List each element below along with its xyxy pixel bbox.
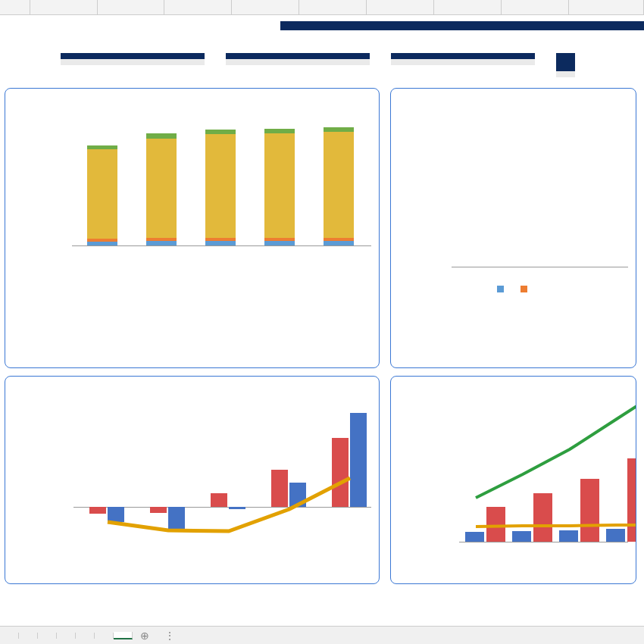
kpi-value — [391, 59, 535, 65]
kpi-value — [556, 71, 575, 77]
kpi-net-profit — [226, 53, 370, 77]
tab-break-even[interactable] — [57, 633, 76, 639]
kpi-partial — [556, 53, 575, 77]
col-F[interactable] — [164, 0, 232, 14]
chart-operating-expenses[interactable] — [5, 88, 380, 368]
kpi-label — [391, 53, 535, 59]
kpi-value — [226, 59, 370, 65]
col-I[interactable] — [367, 0, 434, 14]
tab-sensitivity[interactable] — [95, 633, 114, 639]
col-C[interactable] — [0, 0, 30, 14]
col-G[interactable] — [232, 0, 299, 14]
chart-plot — [459, 387, 628, 542]
kpi-label — [61, 53, 205, 59]
chart-plot — [73, 398, 371, 542]
col-L[interactable] — [569, 0, 644, 14]
chart-breakeven[interactable] — [390, 376, 636, 584]
kpi-label — [226, 53, 370, 59]
col-K[interactable] — [502, 0, 569, 14]
col-J[interactable] — [434, 0, 502, 14]
tab-dashboard[interactable] — [114, 632, 133, 639]
column-headers — [0, 0, 644, 15]
kpi-label — [556, 53, 575, 71]
kpi-value — [61, 59, 205, 65]
tab-project-evaluation[interactable] — [76, 633, 95, 639]
chart-cash-flow[interactable] — [5, 376, 380, 584]
chart-monthly-revenue[interactable] — [390, 88, 636, 368]
tab-statement[interactable] — [0, 633, 19, 639]
kpi-revenue-growth — [391, 53, 535, 77]
kpi-gross-profit — [61, 53, 205, 77]
dashboard-title — [280, 21, 644, 30]
col-D[interactable] — [30, 0, 98, 14]
col-H[interactable] — [299, 0, 367, 14]
tab-balance-sheet[interactable] — [38, 633, 57, 639]
tab-cashflow-statement[interactable] — [19, 633, 38, 639]
col-E[interactable] — [98, 0, 165, 14]
add-sheet-button[interactable]: ⊕ — [133, 630, 157, 642]
chart-plot — [452, 101, 628, 267]
tab-overflow-icon[interactable]: ⋮ — [157, 630, 183, 642]
legend — [399, 286, 628, 292]
kpi-row — [61, 53, 644, 77]
sheet-tabs: ⊕ ⋮ — [0, 626, 644, 644]
chart-plot — [72, 102, 371, 246]
